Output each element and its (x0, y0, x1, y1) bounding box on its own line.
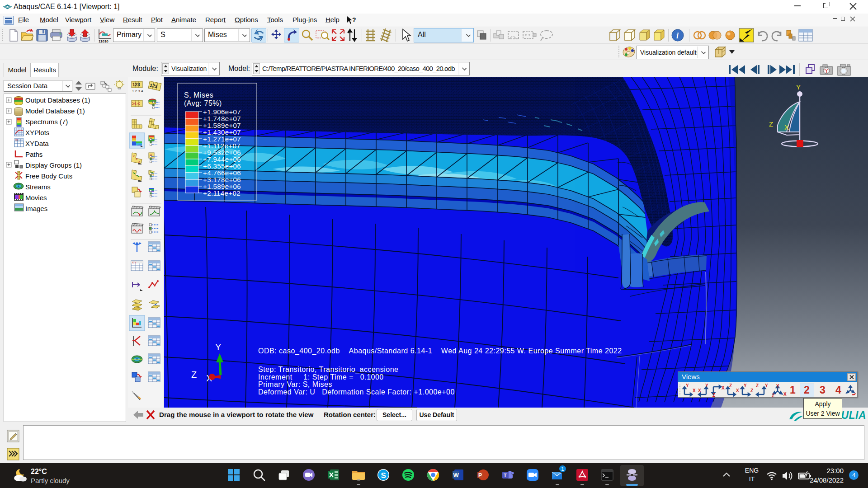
svg-text:11010: 11010 (99, 39, 108, 43)
svg-text:Deformed Var: U Deformation: Deformed Var: U Deformation Scale Factor… (258, 388, 455, 396)
svg-text:X: X (698, 388, 701, 393)
svg-text:Z: Z (772, 393, 774, 398)
svg-text:Primary Var: S, Mises: Primary Var: S, Mises (258, 380, 332, 388)
svg-text:Z: Z (756, 383, 759, 388)
svg-text:Y: Y (215, 342, 221, 352)
svg-text:Movies: Movies (25, 194, 47, 202)
svg-text:Y: Y (744, 383, 747, 388)
svg-text:Y: Y (776, 384, 779, 389)
svg-text:i: i (676, 31, 679, 40)
svg-text:X Y: X Y (132, 261, 137, 264)
svg-text:S, Mises: S, Mises (184, 91, 213, 99)
svg-text:Step: Transitorio, Transitorio: Step: Transitorio, Transitorio_accension… (258, 366, 398, 374)
svg-text:X: X (736, 388, 739, 393)
svg-text:x: x (133, 154, 135, 158)
svg-text:Increment 1: Step Time =: Increment 1: Step Time = 0.1000 (258, 373, 384, 381)
svg-text:ODB: caso_400_20.odb Abaqus: ODB: caso_400_20.odb Abaqus/Standard 6.1… (258, 347, 622, 355)
svg-text:Free Body Cuts: Free Body Cuts (25, 172, 72, 180)
svg-text:Display Groups (1): Display Groups (1) (25, 161, 82, 169)
svg-text:Output Databases (1): Output Databases (1) (25, 96, 90, 104)
svg-text:W: W (453, 472, 459, 479)
svg-text:>L<: >L< (132, 101, 140, 106)
svg-text:+2.114e+02: +2.114e+02 (203, 189, 241, 197)
svg-text:Z: Z (769, 120, 773, 128)
svg-text:Model Database (1): Model Database (1) (25, 107, 85, 115)
svg-text:XYPlots: XYPlots (25, 129, 49, 136)
svg-text:S: S (381, 471, 386, 480)
svg-text:X: X (722, 385, 725, 390)
svg-text:XYData: XYData (25, 140, 49, 147)
svg-text:P: P (478, 472, 482, 479)
svg-text:Z: Z (729, 383, 732, 388)
svg-text:Images: Images (25, 205, 47, 212)
svg-text:Streams: Streams (25, 183, 51, 191)
svg-text:?: ? (352, 16, 356, 23)
svg-text:X: X (784, 123, 789, 131)
svg-text:Y: Y (796, 83, 801, 91)
svg-text:Z: Z (750, 388, 753, 393)
svg-text:X: X (783, 392, 787, 397)
svg-text:1 2 3 4: 1 2 3 4 (132, 89, 143, 93)
svg-text:(Avg: 75%): (Avg: 75%) (184, 99, 222, 107)
svg-text:Z: Z (191, 370, 197, 380)
svg-text:Z: Z (712, 393, 715, 398)
svg-text:Y: Y (686, 383, 689, 388)
svg-text:Y: Y (765, 383, 768, 388)
svg-text:X: X (693, 388, 696, 393)
svg-text:XY: XY (15, 139, 19, 141)
svg-text:Y: Y (705, 383, 708, 388)
svg-text:x: x (136, 157, 137, 161)
svg-text:123: 123 (132, 82, 140, 87)
svg-text:T: T (504, 473, 507, 478)
svg-text:Paths: Paths (25, 150, 42, 158)
svg-text:Spectrums (7): Spectrums (7) (25, 118, 68, 126)
